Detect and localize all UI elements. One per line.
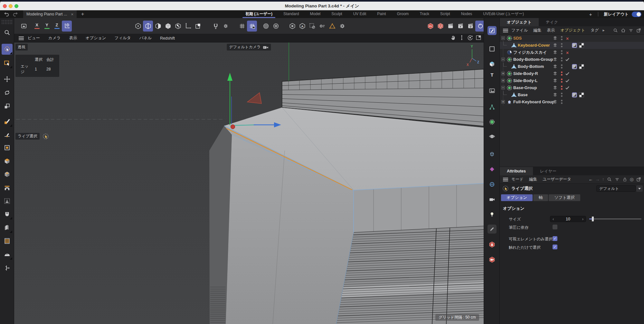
object-manager-menu-icon[interactable] xyxy=(503,30,508,31)
tab-take[interactable]: テイク xyxy=(539,18,565,26)
phong-tag[interactable] xyxy=(572,43,577,48)
tab-layers[interactable]: レイヤー xyxy=(533,167,564,175)
object-name[interactable]: Base-Group xyxy=(513,85,537,90)
viewport-menu-5[interactable]: パネル xyxy=(139,35,152,41)
layout-tab-0[interactable]: 初期 (ユーザー) xyxy=(240,10,278,18)
object-row-7[interactable]: −Base-Group xyxy=(500,84,644,91)
visibility-dots[interactable] xyxy=(561,50,563,54)
om-menu-2[interactable]: 表示 xyxy=(547,28,555,33)
viewport-menu-1[interactable]: カメラ xyxy=(48,35,61,41)
iron-tool[interactable] xyxy=(2,249,13,260)
light-palette-button[interactable] xyxy=(488,210,497,219)
viewport-canvas[interactable]: Y Z X 透視 デフォルトカメラ 選択 xyxy=(14,42,484,324)
render-picture-viewer-button[interactable] xyxy=(435,21,445,32)
viewport-menu-icon[interactable] xyxy=(19,38,24,39)
object-row-0[interactable]: −SDS× xyxy=(500,35,644,42)
search-button[interactable] xyxy=(607,177,612,182)
visibility-dots[interactable] xyxy=(561,36,563,40)
visibility-dots[interactable] xyxy=(561,100,563,104)
object-row-4[interactable]: Body-Bottom xyxy=(500,63,644,70)
retopo-button[interactable] xyxy=(327,21,337,32)
annotate-hex-button[interactable]: A xyxy=(297,21,307,32)
wire-cube-palette-button[interactable] xyxy=(488,150,497,159)
Y-button[interactable]: Y xyxy=(42,21,52,32)
render-settings-button[interactable] xyxy=(465,21,475,32)
preset-dropdown[interactable]: デフォルト xyxy=(596,185,636,192)
enabled-icon[interactable] xyxy=(565,85,570,90)
polygon-mode-button[interactable] xyxy=(153,21,163,32)
inner-extrude-tool[interactable] xyxy=(2,169,13,180)
symmetry-button[interactable] xyxy=(261,21,271,32)
forward-button[interactable]: → xyxy=(595,177,600,182)
undo-icon[interactable] xyxy=(3,11,10,18)
visibility-dots[interactable] xyxy=(561,57,563,61)
hex-camera-palette-button[interactable] xyxy=(488,255,497,264)
bridge-tool[interactable] xyxy=(2,182,13,193)
text-palette-button[interactable]: T xyxy=(488,70,497,79)
object-row-5[interactable]: +Side-Body-R xyxy=(500,70,644,77)
visibility-dots[interactable] xyxy=(561,79,563,83)
expand-icon[interactable]: + xyxy=(501,100,505,104)
visibility-dots[interactable] xyxy=(561,86,563,90)
layout-tab-1[interactable]: Standard xyxy=(278,10,305,18)
object-row-9[interactable]: +Full-Keyboard Group xyxy=(500,98,644,106)
object-row-3[interactable]: −Body-Bottom-Group xyxy=(500,56,644,63)
select-filter-button[interactable] xyxy=(307,21,317,32)
spinner-decrease-icon[interactable]: ‹ xyxy=(550,216,556,222)
filter-button[interactable] xyxy=(628,28,634,33)
extrude-tool[interactable] xyxy=(2,156,13,167)
live-selection-tool[interactable] xyxy=(2,44,13,55)
up-button[interactable]: ↑ xyxy=(602,177,604,182)
phong-tag[interactable] xyxy=(572,64,577,69)
pressure-checkbox[interactable] xyxy=(553,225,557,229)
visibility-hex-button[interactable] xyxy=(287,21,297,32)
attr-menu-1[interactable]: 編集 xyxy=(529,177,537,182)
image-palette-button[interactable] xyxy=(488,86,497,95)
frame-palette-button[interactable] xyxy=(488,44,497,53)
texture-mode-button[interactable] xyxy=(173,21,183,32)
quantize-lock-button[interactable] xyxy=(247,21,257,32)
enabled-icon[interactable] xyxy=(565,57,570,62)
tab-objects[interactable]: オブジェクト xyxy=(500,18,539,26)
subtab-1[interactable]: 軸 xyxy=(533,194,548,201)
spinner-increase-icon[interactable]: › xyxy=(580,216,586,222)
layout-tab-10[interactable]: UVEdit-User (ユーザー) xyxy=(478,10,529,18)
visibility-dots[interactable] xyxy=(561,93,563,97)
preset-dropdown-chevron-icon[interactable] xyxy=(636,185,643,192)
expand-icon[interactable]: + xyxy=(501,72,505,75)
phong-tag[interactable] xyxy=(572,92,577,97)
filter-button[interactable] xyxy=(614,177,620,182)
attribute-menu-icon[interactable] xyxy=(503,179,508,180)
mask-tool[interactable] xyxy=(2,209,13,220)
pop-out-button[interactable] xyxy=(636,28,641,33)
globe-palette-button[interactable] xyxy=(488,180,497,189)
move-tool[interactable] xyxy=(2,74,13,85)
cube-palette-button[interactable] xyxy=(488,60,497,69)
grid-button[interactable] xyxy=(237,21,247,32)
dolly-button[interactable] xyxy=(459,34,465,41)
object-row-1[interactable]: Keyboard-Cover xyxy=(500,42,644,49)
tweak-tool[interactable] xyxy=(2,142,13,153)
layout-tab-3[interactable]: Sculpt xyxy=(326,10,347,18)
object-name[interactable]: Side-Body-R xyxy=(513,71,538,76)
enabled-icon[interactable] xyxy=(565,78,570,83)
layout-tab-5[interactable]: Paint xyxy=(372,10,391,18)
lock-button[interactable] xyxy=(622,177,628,182)
object-name[interactable]: Base xyxy=(518,92,528,97)
uv-tag[interactable] xyxy=(579,92,584,97)
add-layout-button[interactable]: + xyxy=(586,12,595,17)
tab-attributes[interactable]: Attributes xyxy=(500,167,533,175)
size-slider[interactable] xyxy=(589,218,641,219)
layout-toggle[interactable] xyxy=(632,12,641,17)
enabled-icon[interactable] xyxy=(565,71,570,76)
om-menu-1[interactable]: 編集 xyxy=(533,28,541,33)
close-tab-icon[interactable]: × xyxy=(71,12,73,17)
object-row-8[interactable]: Base xyxy=(500,91,644,98)
knife-tool[interactable] xyxy=(2,222,13,233)
visible-only-checkbox[interactable] xyxy=(553,236,557,241)
orbit-button[interactable] xyxy=(467,34,473,41)
pencil-palette-button[interactable] xyxy=(488,225,497,234)
collapse-icon[interactable]: − xyxy=(501,58,505,61)
collapse-icon[interactable]: − xyxy=(501,86,505,89)
home-button[interactable] xyxy=(620,28,626,33)
